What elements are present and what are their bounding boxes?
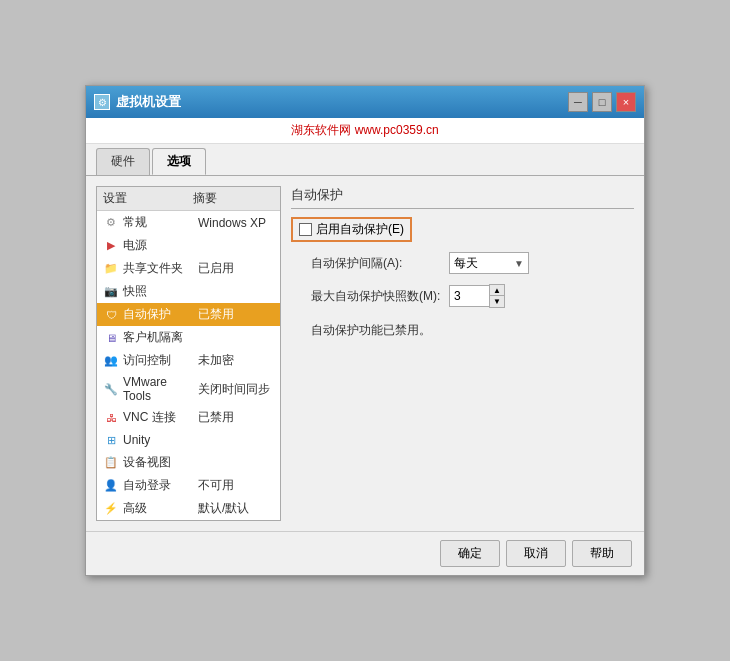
advanced-icon: ⚡	[103, 502, 119, 516]
setting-item-unity[interactable]: ⊞ Unity	[97, 429, 280, 451]
item-label-access-control: 访问控制	[123, 352, 198, 369]
watermark-bar: 湖东软件网 www.pc0359.cn	[86, 118, 644, 144]
dialog-title: 虚拟机设置	[116, 93, 181, 111]
autoprotect-status-text: 自动保护功能已禁用。	[291, 322, 634, 339]
spin-down-button[interactable]: ▼	[490, 296, 504, 307]
maximize-button[interactable]: □	[592, 92, 612, 112]
interval-value: 每天	[454, 255, 478, 272]
virtual-machine-settings-dialog: ⚙ 虚拟机设置 ─ □ × 湖东软件网 www.pc0359.cn 硬件 选项 …	[85, 85, 645, 576]
item-value-auto-login: 不可用	[198, 477, 274, 494]
gear-icon: ⚙	[103, 216, 119, 230]
setting-item-power[interactable]: ▶ 电源	[97, 234, 280, 257]
spin-buttons: ▲ ▼	[489, 284, 505, 308]
item-label-unity: Unity	[123, 433, 198, 447]
spin-up-button[interactable]: ▲	[490, 285, 504, 296]
title-bar: ⚙ 虚拟机设置 ─ □ ×	[86, 86, 644, 118]
item-label-device-view: 设备视图	[123, 454, 198, 471]
item-label-snapshots: 快照	[123, 283, 198, 300]
max-snapshots-label: 最大自动保护快照数(M):	[311, 288, 441, 305]
item-label-vmware-tools: VMware Tools	[123, 375, 198, 403]
minimize-button[interactable]: ─	[568, 92, 588, 112]
item-label-vnc: VNC 连接	[123, 409, 198, 426]
max-snapshots-row: 最大自动保护快照数(M): 3 ▲ ▼	[291, 284, 634, 308]
close-button[interactable]: ×	[616, 92, 636, 112]
title-bar-left: ⚙ 虚拟机设置	[94, 93, 181, 111]
autoprotect-icon: 🛡	[103, 308, 119, 322]
dialog-icon: ⚙	[94, 94, 110, 110]
watermark-text: 湖东软件网 www.pc0359.cn	[291, 123, 438, 137]
chevron-down-icon: ▼	[514, 258, 524, 269]
item-value-advanced: 默认/默认	[198, 500, 274, 517]
unity-icon: ⊞	[103, 433, 119, 447]
header-setting: 设置	[103, 190, 193, 207]
vnc-icon: 🖧	[103, 411, 119, 425]
tab-options[interactable]: 选项	[152, 148, 206, 175]
access-icon: 👥	[103, 354, 119, 368]
list-header: 设置 摘要	[97, 187, 280, 211]
section-title: 自动保护	[291, 186, 634, 209]
setting-item-advanced[interactable]: ⚡ 高级 默认/默认	[97, 497, 280, 520]
right-panel: 自动保护 启用自动保护(E) 自动保护间隔(A): 每天 ▼ 最大自动保护快照数…	[291, 186, 634, 521]
interval-select[interactable]: 每天 ▼	[449, 252, 529, 274]
item-label-autoprotect: 自动保护	[123, 306, 198, 323]
max-snapshots-value[interactable]: 3	[449, 285, 489, 307]
power-icon: ▶	[103, 239, 119, 253]
enable-autoprotect-checkbox[interactable]	[299, 223, 312, 236]
content-area: 设置 摘要 ⚙ 常规 Windows XP ▶ 电源 📁 共享文件夹 已启用 📷	[86, 176, 644, 531]
setting-item-device-view[interactable]: 📋 设备视图	[97, 451, 280, 474]
setting-item-vnc[interactable]: 🖧 VNC 连接 已禁用	[97, 406, 280, 429]
isolation-icon: 🖥	[103, 331, 119, 345]
left-panel: 设置 摘要 ⚙ 常规 Windows XP ▶ 电源 📁 共享文件夹 已启用 📷	[96, 186, 281, 521]
autologin-icon: 👤	[103, 479, 119, 493]
enable-autoprotect-text: 启用自动保护(E)	[316, 221, 404, 238]
setting-item-vmware-tools[interactable]: 🔧 VMware Tools 关闭时间同步	[97, 372, 280, 406]
setting-item-access-control[interactable]: 👥 访问控制 未加密	[97, 349, 280, 372]
setting-item-autoprotect[interactable]: 🛡 自动保护 已禁用	[97, 303, 280, 326]
item-value-general: Windows XP	[198, 216, 274, 230]
setting-item-general[interactable]: ⚙ 常规 Windows XP	[97, 211, 280, 234]
item-value-shared-folders: 已启用	[198, 260, 274, 277]
snapshot-icon: 📷	[103, 285, 119, 299]
item-label-shared-folders: 共享文件夹	[123, 260, 198, 277]
devices-icon: 📋	[103, 456, 119, 470]
interval-row: 自动保护间隔(A): 每天 ▼	[291, 252, 634, 274]
enable-autoprotect-label[interactable]: 启用自动保护(E)	[291, 217, 412, 242]
setting-item-auto-login[interactable]: 👤 自动登录 不可用	[97, 474, 280, 497]
cancel-button[interactable]: 取消	[506, 540, 566, 567]
interval-label: 自动保护间隔(A):	[311, 255, 441, 272]
footer: 确定 取消 帮助	[86, 531, 644, 575]
confirm-button[interactable]: 确定	[440, 540, 500, 567]
setting-item-shared-folders[interactable]: 📁 共享文件夹 已启用	[97, 257, 280, 280]
title-controls: ─ □ ×	[568, 92, 636, 112]
item-label-power: 电源	[123, 237, 198, 254]
item-value-access-control: 未加密	[198, 352, 274, 369]
max-snapshots-spin: 3 ▲ ▼	[449, 284, 505, 308]
item-value-vnc: 已禁用	[198, 409, 274, 426]
item-value-autoprotect: 已禁用	[198, 306, 274, 323]
item-label-guest-isolation: 客户机隔离	[123, 329, 198, 346]
help-button[interactable]: 帮助	[572, 540, 632, 567]
folder-icon: 📁	[103, 262, 119, 276]
setting-item-guest-isolation[interactable]: 🖥 客户机隔离	[97, 326, 280, 349]
tab-bar: 硬件 选项	[86, 144, 644, 176]
header-summary: 摘要	[193, 190, 274, 207]
tab-hardware[interactable]: 硬件	[96, 148, 150, 175]
setting-item-snapshots[interactable]: 📷 快照	[97, 280, 280, 303]
item-value-vmware-tools: 关闭时间同步	[198, 381, 274, 398]
vmtools-icon: 🔧	[103, 382, 119, 396]
item-label-advanced: 高级	[123, 500, 198, 517]
enable-autoprotect-group: 启用自动保护(E)	[291, 217, 634, 242]
item-label-auto-login: 自动登录	[123, 477, 198, 494]
item-label-general: 常规	[123, 214, 198, 231]
